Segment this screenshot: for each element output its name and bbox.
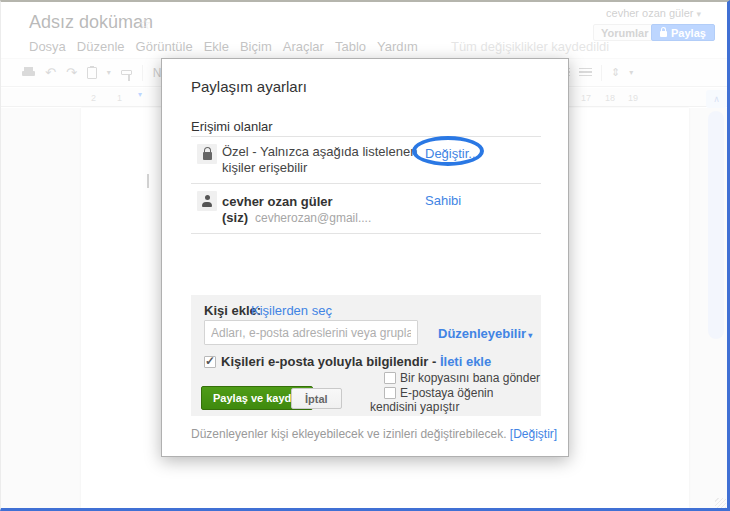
paste-item-option: E-postaya öğenin kendisini yapıştır [370, 386, 542, 414]
send-copy-checkbox[interactable] [384, 372, 396, 384]
footer-text: Düzenleyenler kişi ekleyebilecek ve izin… [191, 427, 506, 441]
dialog-footer: Düzenleyenler kişi ekleyebilecek ve izin… [191, 427, 557, 441]
access-row-owner: cevher ozan güler (siz)cevherozan@gmail.… [191, 184, 541, 234]
send-copy-label: Bir kopyasını bana gönder [400, 371, 540, 385]
owner-entry: cevher ozan güler (siz)cevherozan@gmail.… [222, 191, 427, 226]
dialog-title: Paylaşım ayarları [191, 78, 307, 95]
send-copy-option: Bir kopyasını bana gönder [370, 371, 542, 385]
checkmark-icon: ✓ [205, 354, 215, 368]
paste-item-checkbox[interactable] [384, 387, 396, 399]
choose-from-contacts-link[interactable]: Kişilerden seç [251, 303, 332, 318]
notify-label: Kişileri e-posta yoluyla bilgilendir - [221, 354, 436, 369]
docs-window: Adsız doküman ☆ cevher ozan güler▾ Yorum… [0, 0, 730, 511]
footer-change-link[interactable]: [Değiştir] [510, 427, 557, 441]
notify-by-email-row: ✓Kişileri e-posta yoluyla bilgilendir - … [204, 354, 491, 369]
owner-email: cevherozan@gmail.... [255, 211, 371, 225]
sharing-settings-dialog: Paylaşım ayarları Erişimi olanlar Özel -… [161, 58, 569, 457]
invite-people-input[interactable] [204, 320, 418, 345]
permission-dropdown[interactable]: Düzenleyebilir▾ [438, 326, 532, 341]
access-list: Özel - Yalnızca aşağıda listelenen kişil… [191, 136, 541, 234]
access-section-heading: Erişimi olanlar [191, 119, 273, 134]
chevron-down-icon: ▾ [528, 331, 532, 340]
email-options: Bir kopyasını bana gönder E-postaya öğen… [370, 371, 542, 415]
private-access-text: Özel - Yalnızca aşağıda listelenen kişil… [222, 144, 427, 176]
invite-panel: Kişi ekle: Kişilerden seç Düzenleyebilir… [191, 295, 541, 416]
lock-icon [203, 152, 212, 160]
notify-checkbox[interactable]: ✓ [204, 356, 216, 368]
change-access-link[interactable]: Değiştir... [425, 146, 479, 161]
owner-role-link[interactable]: Sahibi [425, 193, 461, 208]
add-message-link[interactable]: İleti ekle [440, 354, 491, 369]
cancel-button[interactable]: İptal [291, 388, 342, 409]
access-row-private: Özel - Yalnızca aşağıda listelenen kişil… [191, 137, 541, 184]
person-icon [201, 195, 213, 207]
